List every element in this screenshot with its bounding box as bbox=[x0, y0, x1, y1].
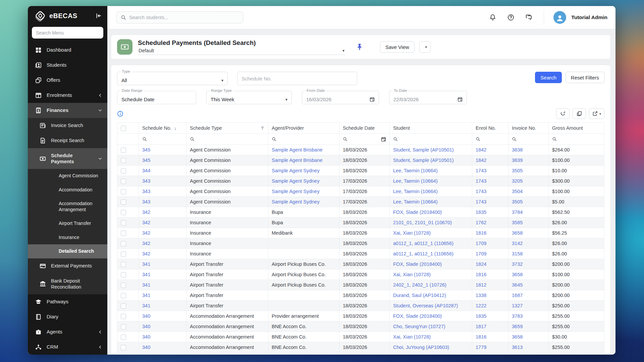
sidebar-item-dashboard[interactable]: Dashboard bbox=[28, 43, 107, 58]
student-link[interactable]: Student, Sample (AP10501) bbox=[393, 147, 454, 153]
row-checkbox[interactable] bbox=[121, 314, 126, 319]
row-checkbox[interactable] bbox=[121, 335, 126, 340]
select-all-checkbox[interactable] bbox=[121, 126, 126, 131]
invoice-no-link[interactable]: 3732 bbox=[512, 261, 523, 267]
row-checkbox[interactable] bbox=[121, 303, 126, 309]
row-checkbox[interactable] bbox=[121, 189, 126, 194]
row-checkbox[interactable] bbox=[121, 147, 126, 153]
row-checkbox[interactable] bbox=[121, 272, 126, 278]
sidebar-item-schedule-payments[interactable]: Schedule Payments bbox=[28, 148, 107, 169]
column-filter-schedule-type[interactable] bbox=[186, 134, 268, 145]
row-checkbox[interactable] bbox=[121, 231, 126, 236]
student-link[interactable]: Lee, Taemin (10664) bbox=[393, 189, 438, 194]
column-filter-schedule-no[interactable] bbox=[139, 134, 186, 145]
row-checkbox[interactable] bbox=[121, 345, 126, 350]
student-link[interactable]: Lee, Taemin (10664) bbox=[393, 199, 438, 204]
invoice-no-link[interactable]: 3205 bbox=[512, 178, 523, 184]
refresh-button[interactable] bbox=[556, 108, 570, 119]
sidebar-item-students[interactable]: Students bbox=[28, 58, 107, 73]
row-checkbox[interactable] bbox=[121, 220, 126, 226]
table-row[interactable]: 343Agent CommissionSample Agent Sydney17… bbox=[117, 186, 604, 197]
student-link[interactable]: Xai, Xian (10728) bbox=[393, 334, 431, 340]
invoice-no-link[interactable]: 3585 bbox=[512, 220, 523, 225]
column-filter-invoice-no[interactable] bbox=[508, 134, 549, 145]
student-link[interactable]: Choi, JuYoung (AP10603) bbox=[393, 345, 449, 350]
invoice-no-link[interactable]: 1687 bbox=[512, 293, 523, 298]
invoice-no-link[interactable]: 3658 bbox=[512, 334, 523, 340]
schedule-no-link[interactable]: 340 bbox=[142, 313, 150, 319]
schedule-no-link[interactable]: 341 bbox=[142, 293, 150, 298]
enrol-no-link[interactable]: 1824 bbox=[476, 261, 486, 267]
enrol-no-link[interactable]: 1743 bbox=[476, 199, 486, 204]
info-icon[interactable] bbox=[117, 111, 123, 117]
agent-provider-link[interactable]: Sample Agent Sydney bbox=[272, 199, 320, 204]
row-checkbox[interactable] bbox=[121, 168, 126, 174]
enrol-no-link[interactable]: 1743 bbox=[476, 168, 486, 173]
sidebar-item-insurance[interactable]: Insurance bbox=[28, 231, 107, 245]
enrol-no-link[interactable]: 1842 bbox=[476, 147, 486, 153]
student-search-input[interactable]: Search students... bbox=[116, 11, 243, 23]
row-checkbox[interactable] bbox=[121, 210, 126, 215]
student-link[interactable]: Xai, Xian (10728) bbox=[393, 272, 431, 277]
feedback-button[interactable] bbox=[525, 13, 533, 21]
schedule-no-link[interactable]: 341 bbox=[142, 282, 150, 288]
schedule-no-link[interactable]: 342 bbox=[142, 241, 150, 246]
schedule-no-link[interactable]: 342 bbox=[142, 251, 150, 256]
from-date-field[interactable]: From Date 16/03/2026 bbox=[302, 91, 379, 104]
schedule-no-input[interactable] bbox=[237, 72, 357, 85]
table-row[interactable]: 341Airport TransferAirport Pickup Buses … bbox=[117, 269, 604, 280]
row-checkbox[interactable] bbox=[121, 283, 126, 288]
schedule-no-link[interactable]: 340 bbox=[142, 345, 150, 350]
sidebar-item-finances[interactable]: $Finances bbox=[28, 103, 107, 118]
column-header-schedule-type[interactable]: Schedule Type bbox=[186, 123, 268, 134]
table-row[interactable]: 342InsuranceMedibank18/03/2026Xai, Xian … bbox=[117, 228, 604, 238]
student-link[interactable]: FOX, Slade (2018400) bbox=[393, 209, 442, 215]
sidebar-item-airport-transfer[interactable]: Airport Transfer bbox=[28, 217, 107, 231]
table-row[interactable]: 341Airport Transfer18/03/2026Student, Ov… bbox=[117, 301, 604, 311]
enrol-no-link[interactable]: 1812 bbox=[476, 282, 486, 288]
table-row[interactable]: 342InsuranceBupa18/03/2026FOX, Slade (20… bbox=[117, 207, 604, 218]
table-row[interactable]: 340Accommodation ArrangementBNE Accom Co… bbox=[117, 342, 604, 353]
invoice-no-link[interactable]: 3783 bbox=[512, 313, 523, 319]
enrol-no-link[interactable]: 1222 bbox=[476, 303, 486, 308]
row-checkbox[interactable] bbox=[121, 293, 126, 298]
enrol-no-link[interactable]: 1816 bbox=[476, 272, 486, 277]
row-checkbox[interactable] bbox=[121, 179, 126, 184]
agent-provider-link[interactable]: Sample Agent Sydney bbox=[272, 178, 320, 184]
schedule-no-link[interactable]: 340 bbox=[142, 324, 150, 329]
row-checkbox[interactable] bbox=[121, 262, 126, 267]
student-link[interactable]: FOX, Slade (2018400) bbox=[393, 261, 442, 267]
enrol-no-link[interactable]: 1709 bbox=[476, 241, 486, 246]
enrol-no-link[interactable]: 1743 bbox=[476, 189, 486, 194]
sidebar-item-accommodation[interactable]: Accommodation bbox=[28, 183, 107, 197]
enrol-no-link[interactable]: 1762 bbox=[476, 220, 486, 225]
sidebar-item-diary[interactable]: Diary bbox=[28, 309, 107, 324]
menu-search-input[interactable] bbox=[32, 27, 103, 39]
agent-provider-link[interactable]: Sample Agent Brisbane bbox=[272, 158, 323, 163]
invoice-no-link[interactable]: 3645 bbox=[512, 282, 523, 288]
column-filter-student[interactable] bbox=[390, 134, 472, 145]
student-link[interactable]: 2402_1, 2402_1 (10726) bbox=[393, 282, 446, 288]
invoice-no-link[interactable]: 3658 bbox=[512, 230, 523, 236]
enrol-no-link[interactable]: 1816 bbox=[476, 334, 486, 340]
invoice-no-link[interactable]: 3659 bbox=[512, 324, 523, 329]
schedule-no-link[interactable]: 343 bbox=[142, 189, 150, 194]
student-link[interactable]: Lee, Taemin (10664) bbox=[393, 168, 438, 173]
sidebar-item-pathways[interactable]: Pathways bbox=[28, 294, 107, 309]
invoice-no-link[interactable]: 3142 bbox=[512, 241, 523, 246]
enrol-no-link[interactable]: 1835 bbox=[476, 313, 486, 319]
agent-provider-link[interactable]: Sample Agent Sydney bbox=[272, 189, 320, 194]
student-link[interactable]: a0112_1, a0112_1 (110656) bbox=[393, 241, 453, 246]
schedule-no-link[interactable]: 340 bbox=[142, 334, 150, 340]
type-select[interactable]: Type All ▾ bbox=[117, 72, 228, 85]
schedule-no-link[interactable]: 343 bbox=[142, 199, 150, 204]
row-checkbox[interactable] bbox=[121, 158, 126, 163]
invoice-no-link[interactable]: 1327 bbox=[512, 303, 523, 308]
sidebar-item-bank-deposit-reconciliation[interactable]: Bank Deposit Reconciliation bbox=[28, 274, 107, 294]
invoice-no-link[interactable]: 3505 bbox=[512, 199, 523, 204]
table-row[interactable]: 342Insurance18/03/2026a0112_1, a0112_1 (… bbox=[117, 238, 604, 249]
schedule-no-link[interactable]: 342 bbox=[142, 230, 150, 236]
to-date-field[interactable]: To Date 22/03/2026 bbox=[389, 91, 467, 104]
table-row[interactable]: 341Airport Transfer18/03/2026Durand, Sau… bbox=[117, 290, 604, 301]
row-checkbox[interactable] bbox=[121, 241, 126, 246]
